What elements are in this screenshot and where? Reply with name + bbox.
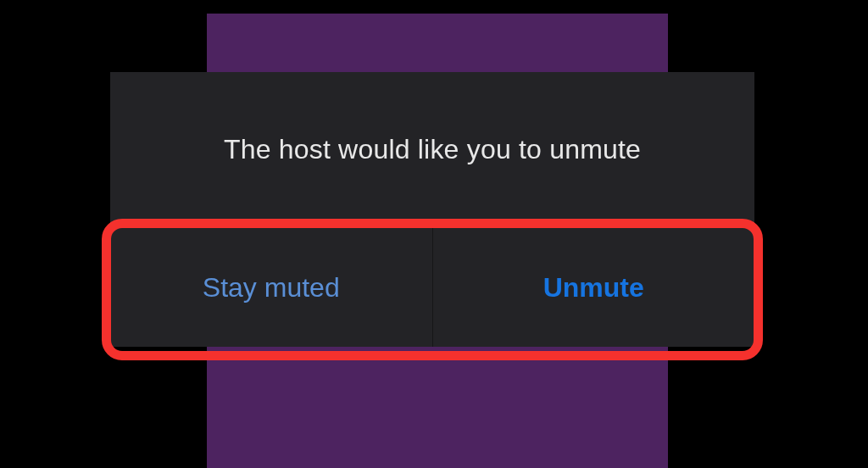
unmute-button[interactable]: Unmute xyxy=(433,228,755,347)
dialog-message: The host would like you to unmute xyxy=(224,134,641,165)
unmute-label: Unmute xyxy=(543,272,644,304)
stay-muted-label: Stay muted xyxy=(203,272,340,304)
dialog-message-area: The host would like you to unmute xyxy=(110,72,754,227)
stay-muted-button[interactable]: Stay muted xyxy=(110,228,432,347)
unmute-request-dialog: The host would like you to unmute Stay m… xyxy=(110,72,754,347)
dialog-button-row: Stay muted Unmute xyxy=(110,228,754,347)
